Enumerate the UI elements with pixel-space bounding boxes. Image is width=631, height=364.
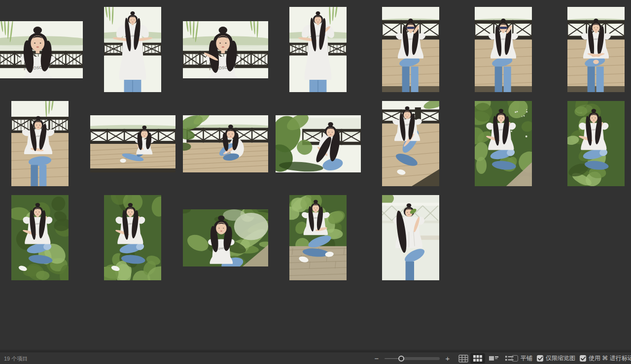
photo-image: PHILOSOPHY bbox=[475, 7, 532, 92]
photo-image: PHILOSOPHY bbox=[289, 7, 347, 92]
photo-image: PHILOSOPHY bbox=[104, 195, 161, 280]
photo-thumbnail[interactable]: PHILOSOPHY bbox=[104, 7, 161, 92]
toggle-label-0: 平铺 bbox=[521, 354, 532, 363]
photo-image: PHILOSOPHY bbox=[475, 101, 532, 186]
grid-overview-button[interactable] bbox=[458, 352, 468, 364]
photo-thumbnail[interactable] bbox=[276, 115, 361, 172]
photo-thumbnail[interactable]: PHILOSOPHY bbox=[289, 195, 347, 280]
thumbnail-details-icon bbox=[489, 355, 498, 362]
zoom-in-button[interactable]: + bbox=[444, 355, 452, 362]
photo-browser-window: PHILOSOPHYPHILOSOPHYPHILOSOPHYPHILOSOPHY… bbox=[0, 0, 631, 364]
toggle-label-2: 使用 ⌘ 进行标记和评级 bbox=[589, 354, 631, 363]
photo-image: PHILOSOPHY bbox=[567, 7, 625, 92]
photo-thumbnail[interactable]: PHILOSOPHY bbox=[289, 7, 347, 92]
checkbox-1-checked[interactable] bbox=[537, 355, 543, 362]
photo-thumbnail[interactable]: PHILOSOPHY bbox=[567, 7, 625, 92]
photo-image bbox=[382, 195, 439, 280]
checkbox-0-unchecked[interactable] bbox=[512, 355, 518, 362]
photo-image: PHILOSOPHY bbox=[11, 101, 69, 186]
photo-image: PHILOSOPHY bbox=[104, 7, 161, 92]
photo-image: PHILOSOPHY bbox=[0, 21, 83, 78]
photo-thumbnail[interactable]: PHILOSOPHY bbox=[0, 21, 83, 78]
photo-image: PHILOSOPHY bbox=[183, 209, 268, 266]
photo-thumbnail[interactable]: PHILOSOPHY bbox=[475, 7, 532, 92]
photo-image: PHILOSOPHY bbox=[11, 195, 69, 280]
zoom-out-button[interactable]: − bbox=[373, 355, 381, 362]
photo-image bbox=[90, 115, 175, 172]
photo-thumbnail[interactable] bbox=[382, 195, 439, 280]
checkbox-2-checked[interactable] bbox=[580, 355, 586, 362]
toggle-1: 仅限缩览图 bbox=[537, 354, 575, 363]
photo-thumbnail[interactable]: PHILOSOPHY bbox=[382, 101, 439, 186]
check-icon bbox=[538, 357, 543, 361]
grid-outline-icon bbox=[458, 355, 468, 363]
zoom-slider-handle[interactable] bbox=[398, 356, 404, 362]
photo-thumbnail[interactable]: PHILOSOPHY bbox=[183, 209, 268, 266]
photo-thumbnail[interactable]: PHILOSOPHY bbox=[104, 195, 161, 280]
photo-image: PHILOSOPHY bbox=[289, 195, 347, 280]
check-icon bbox=[581, 357, 586, 361]
items-count-label: 19 个项目 bbox=[4, 355, 28, 363]
photo-image: PHILOSOPHY bbox=[382, 7, 439, 92]
photo-thumbnail[interactable]: PHILOSOPHY bbox=[183, 21, 268, 78]
photo-thumbnail[interactable]: PHILOSOPHY bbox=[382, 7, 439, 92]
photo-thumbnail[interactable]: PHILOSOPHY bbox=[11, 195, 69, 280]
thumbnail-grid: PHILOSOPHYPHILOSOPHYPHILOSOPHYPHILOSOPHY… bbox=[0, 0, 631, 352]
photo-thumbnail[interactable] bbox=[90, 115, 175, 172]
photo-thumbnail[interactable] bbox=[183, 115, 268, 172]
zoom-controls: − + bbox=[373, 352, 452, 364]
photo-image bbox=[276, 115, 361, 172]
photo-image: PHILOSOPHY bbox=[567, 101, 625, 186]
display-option-toggles: 平铺仅限缩览图使用 ⌘ 进行标记和评级 bbox=[512, 352, 631, 364]
photo-image: PHILOSOPHY bbox=[382, 101, 439, 186]
toggle-2: 使用 ⌘ 进行标记和评级 bbox=[580, 354, 631, 363]
photo-image bbox=[183, 115, 268, 172]
view-thumbnails-details-button[interactable] bbox=[486, 353, 501, 364]
photo-thumbnail[interactable]: PHILOSOPHY bbox=[475, 101, 532, 186]
photo-thumbnail[interactable]: PHILOSOPHY bbox=[567, 101, 625, 186]
zoom-slider-fill bbox=[401, 357, 440, 360]
status-bar: 19 个项目 − + 平铺仅限缩览图使用 ⌘ 进行标记和评级 bbox=[0, 352, 631, 364]
grid-filled-icon bbox=[473, 355, 482, 362]
toggle-label-1: 仅限缩览图 bbox=[546, 354, 575, 363]
photo-image: PHILOSOPHY bbox=[183, 21, 268, 78]
view-mode-buttons bbox=[470, 352, 518, 364]
view-thumbnails-grid-button[interactable] bbox=[470, 353, 485, 364]
toggle-0: 平铺 bbox=[512, 354, 532, 363]
zoom-slider[interactable] bbox=[385, 355, 440, 362]
photo-thumbnail[interactable]: PHILOSOPHY bbox=[11, 101, 69, 186]
